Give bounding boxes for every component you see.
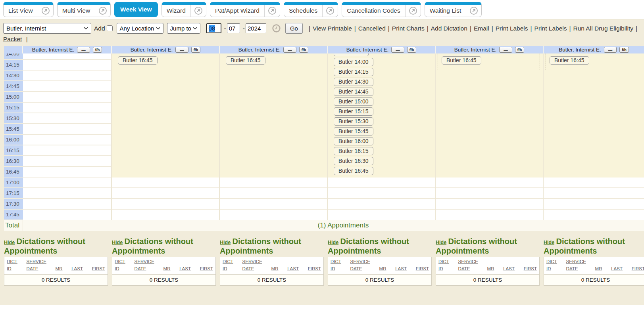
tab-cancellation-codes[interactable]: Cancellation Codes bbox=[342, 2, 421, 17]
jump-to-select[interactable]: Jump to bbox=[167, 23, 200, 34]
col-mr[interactable]: MR bbox=[56, 265, 63, 273]
provider-schedule-link[interactable]: Butler, Internist E. bbox=[238, 47, 281, 53]
hide-dictations-link[interactable]: Hide bbox=[328, 240, 338, 245]
col-dict-id[interactable]: DICTID bbox=[115, 258, 125, 273]
add-dictation-link[interactable]: Add Dictation bbox=[431, 25, 467, 32]
open-slot-button[interactable]: Butler 14:30 bbox=[334, 78, 373, 86]
collapse-column-button[interactable]: — bbox=[175, 47, 188, 53]
col-dict-id[interactable]: DICTID bbox=[546, 258, 557, 273]
popup-button[interactable] bbox=[264, 5, 280, 17]
day-column-5[interactable]: Butler 16:45 bbox=[436, 53, 544, 220]
day-column-1[interactable] bbox=[23, 53, 112, 220]
col-dict-id[interactable]: DICTID bbox=[7, 258, 17, 273]
hide-dictations-link[interactable]: Hide bbox=[436, 240, 446, 245]
col-service-date[interactable]: SERVICEDATE bbox=[566, 258, 586, 273]
provider-schedule-link[interactable]: Butler, Internist E. bbox=[32, 47, 75, 53]
tab-wizard[interactable]: Wizard bbox=[161, 2, 206, 17]
date-year-input[interactable]: 2024 bbox=[246, 23, 266, 33]
open-slot-button[interactable]: Butler 16:45 bbox=[442, 56, 481, 65]
day-column-3[interactable]: Butler 16:45 bbox=[220, 53, 328, 220]
collapse-column-button[interactable]: — bbox=[391, 47, 404, 53]
hide-dictations-link[interactable]: Hide bbox=[220, 240, 231, 245]
open-slot-button[interactable]: Butler 15:45 bbox=[334, 127, 373, 136]
popup-button[interactable] bbox=[322, 5, 338, 17]
forward-book-button[interactable]: f/b bbox=[93, 47, 102, 53]
day-column-4[interactable]: Butler 14:00 Butler 14:15 Butler 14:30 B… bbox=[328, 53, 436, 220]
date-picker-button[interactable] bbox=[272, 24, 281, 33]
forward-book-button[interactable]: f/b bbox=[619, 47, 629, 53]
view-printable-link[interactable]: View Printable bbox=[313, 25, 352, 32]
forward-book-button[interactable]: f/b bbox=[299, 47, 309, 53]
col-dict-id[interactable]: DICTID bbox=[223, 258, 233, 273]
col-service-date[interactable]: SERVICEDATE bbox=[242, 258, 262, 273]
col-dict-id[interactable]: DICTID bbox=[438, 258, 449, 273]
col-last[interactable]: LAST bbox=[71, 265, 83, 273]
col-dict-id[interactable]: DICTID bbox=[331, 258, 341, 273]
col-service-date[interactable]: SERVICEDATE bbox=[458, 258, 478, 273]
col-first[interactable]: FIRST bbox=[308, 265, 321, 273]
col-last[interactable]: LAST bbox=[611, 265, 623, 273]
run-all-drug-eligibility-link[interactable]: Run All Drug Eligibility bbox=[573, 25, 633, 32]
open-slot-button[interactable]: Butler 16:15 bbox=[334, 147, 373, 155]
tab-schedules[interactable]: Schedules bbox=[284, 2, 338, 17]
col-service-date[interactable]: SERVICEDATE bbox=[135, 258, 154, 273]
col-last[interactable]: LAST bbox=[287, 265, 299, 273]
open-slot-button[interactable]: Butler 14:15 bbox=[334, 68, 373, 76]
open-slot-button[interactable]: Butler 15:15 bbox=[334, 107, 373, 116]
popup-button[interactable] bbox=[38, 5, 53, 17]
hide-dictations-link[interactable]: Hide bbox=[112, 240, 123, 245]
provider-schedule-link[interactable]: Butler, Internist E. bbox=[454, 47, 497, 53]
collapse-column-button[interactable]: — bbox=[283, 47, 296, 53]
col-first[interactable]: FIRST bbox=[524, 265, 537, 273]
open-slot-button[interactable]: Butler 16:00 bbox=[334, 137, 373, 145]
packet-link[interactable]: Packet bbox=[3, 36, 22, 42]
provider-schedule-link[interactable]: Butler, Internist E. bbox=[131, 47, 173, 53]
forward-book-button[interactable]: f/b bbox=[191, 47, 201, 53]
forward-book-button[interactable]: f/b bbox=[407, 47, 417, 53]
collapse-column-button[interactable]: — bbox=[77, 47, 90, 53]
open-slot-button[interactable]: Butler 14:45 bbox=[334, 88, 373, 96]
open-slot-button[interactable]: Butler 16:45 bbox=[550, 56, 589, 65]
tab-waiting-list[interactable]: Waiting List bbox=[425, 2, 482, 17]
col-first[interactable]: FIRST bbox=[92, 265, 105, 273]
forward-book-button[interactable]: f/b bbox=[515, 47, 525, 53]
open-slot-button[interactable]: Butler 15:30 bbox=[334, 117, 373, 126]
col-service-date[interactable]: SERVICEDATE bbox=[350, 258, 370, 273]
cancelled-link[interactable]: Cancelled bbox=[358, 25, 386, 32]
col-service-date[interactable]: SERVICEDATE bbox=[27, 258, 46, 273]
open-slot-button[interactable]: Butler 16:45 bbox=[118, 56, 158, 65]
tab-list-view[interactable]: List View bbox=[3, 2, 54, 17]
tab-pat-appt-wizard[interactable]: Pat/Appt Wizard bbox=[210, 2, 280, 17]
col-first[interactable]: FIRST bbox=[632, 265, 644, 273]
print-labels-link[interactable]: Print Labels bbox=[496, 25, 528, 32]
col-mr[interactable]: MR bbox=[271, 265, 279, 273]
hide-dictations-link[interactable]: Hide bbox=[544, 240, 554, 245]
open-slot-button[interactable]: Butler 16:45 bbox=[226, 56, 265, 65]
clipped-slot-button[interactable] bbox=[334, 53, 369, 56]
date-day-input[interactable]: 07 bbox=[227, 23, 240, 33]
open-slot-button[interactable]: Butler 15:00 bbox=[334, 97, 373, 106]
print-charts-link[interactable]: Print Charts bbox=[392, 25, 425, 32]
open-slot-button[interactable]: Butler 14:00 bbox=[334, 58, 373, 66]
tab-multi-view[interactable]: Multi View bbox=[57, 2, 111, 17]
day-column-6[interactable]: Butler 16:45 bbox=[544, 53, 644, 220]
col-last[interactable]: LAST bbox=[179, 265, 191, 273]
hide-dictations-link[interactable]: Hide bbox=[4, 240, 15, 245]
col-mr[interactable]: MR bbox=[163, 265, 171, 273]
date-month-input[interactable]: 08 bbox=[206, 23, 221, 33]
col-last[interactable]: LAST bbox=[395, 265, 407, 273]
tab-week-view[interactable]: Week View bbox=[114, 2, 158, 17]
day-column-2[interactable]: Butler 16:45 bbox=[112, 53, 220, 220]
col-last[interactable]: LAST bbox=[503, 265, 515, 273]
provider-schedule-link[interactable]: Butler, Internist E. bbox=[559, 47, 601, 53]
email-link[interactable]: Email bbox=[474, 25, 489, 32]
col-mr[interactable]: MR bbox=[487, 265, 494, 273]
location-select[interactable]: Any Location bbox=[117, 23, 163, 34]
collapse-column-button[interactable]: — bbox=[499, 47, 512, 53]
col-mr[interactable]: MR bbox=[595, 265, 602, 273]
col-first[interactable]: FIRST bbox=[200, 265, 213, 273]
open-slot-button[interactable]: Butler 16:45 bbox=[334, 167, 373, 175]
add-checkbox[interactable] bbox=[107, 25, 113, 31]
open-slot-button[interactable]: Butler 16:30 bbox=[334, 157, 373, 165]
popup-button[interactable] bbox=[95, 5, 110, 17]
